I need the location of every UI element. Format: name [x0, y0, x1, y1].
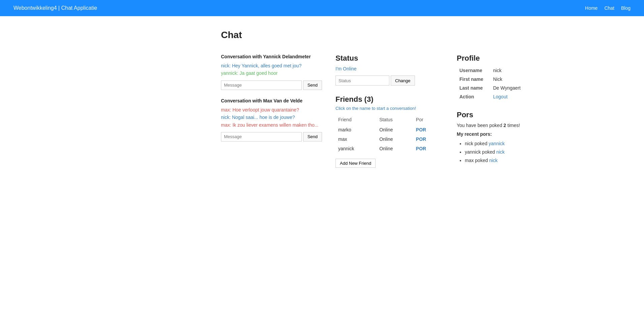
friend-status-yannick: Online [377, 144, 413, 153]
conversation-1-messages: nick: Hey Yannick, alles goed met jou? y… [221, 62, 322, 77]
conversation-section: Conversation with Yannick Delandmeter ni… [221, 54, 322, 142]
pors-highlight-2: nick [496, 149, 505, 155]
msg-nick-2: nick: Nogal saai... hoe is de jouwe? [221, 115, 295, 120]
profile-table: Username nick First name Nick Last name … [457, 66, 565, 101]
conversation-2-messages: max: Hoe verloopt jouw quarantaine? nick… [221, 106, 322, 129]
profile-value-firstname: Nick [490, 75, 565, 84]
pors-text-before: You have been poked [457, 123, 504, 128]
navbar: Webontwikkeling4 | Chat Applicatie Home … [0, 0, 644, 16]
friend-status-max: Online [377, 134, 413, 144]
conversation-1-form: Send [221, 81, 322, 90]
pors-list: nick poked yannick yannick poked nick ma… [457, 139, 565, 165]
profile-section: Profile Username nick First name Nick La… [457, 54, 565, 101]
pors-section: Pors You have been poked 2 times! My rec… [457, 111, 565, 165]
message-2-2: nick: Nogal saai... hoe is de jouwe? [221, 114, 322, 121]
conversation-1: Conversation with Yannick Delandmeter ni… [221, 54, 322, 90]
conversation-2: Conversation with Max Van de Velde max: … [221, 98, 322, 142]
pors-text-after: times! [506, 123, 520, 128]
friend-row-yannick: yannick Online POR [335, 144, 443, 153]
profile-label-lastname: Last name [457, 84, 490, 92]
status-title: Status [335, 54, 443, 63]
col-friend: Friend [335, 116, 377, 125]
profile-table-body: Username nick First name Nick Last name … [457, 66, 565, 101]
logout-link[interactable]: Logout [493, 94, 508, 99]
friend-name-max: max [335, 134, 377, 144]
por-link-yannick[interactable]: POR [416, 146, 426, 151]
friend-row-marko: marko Online POR [335, 125, 443, 134]
status-friends-column: Status I'm Online Change Friends (3) Cli… [335, 54, 443, 168]
col-status: Status [377, 116, 413, 125]
friends-subtitle: Click on the name to start a conversatio… [335, 106, 443, 111]
add-friend-button[interactable]: Add New Friend [335, 159, 376, 168]
pors-count-number: 2 [504, 123, 506, 128]
profile-value-username: nick [490, 66, 565, 75]
navbar-brand: Webontwikkeling4 | Chat Applicatie [13, 5, 97, 11]
profile-title: Profile [457, 54, 565, 63]
message-1-2: yannick: Ja gaat goed hoor [221, 69, 322, 77]
message-input-2[interactable] [221, 132, 302, 142]
navbar-links: Home Chat Blog [585, 5, 631, 11]
pors-item-3: max poked nick [465, 156, 565, 165]
pors-item-2: yannick poked nick [465, 148, 565, 156]
profile-label-username: Username [457, 66, 490, 75]
online-status: I'm Online [335, 66, 443, 71]
friends-title: Friends (3) [335, 95, 443, 104]
conversation-2-form: Send [221, 132, 322, 142]
change-button[interactable]: Change [391, 75, 415, 86]
msg-max-2: max: Ik zou liever examens willen maken … [221, 122, 318, 128]
conversation-2-title: Conversation with Max Van de Velde [221, 98, 322, 103]
message-2-1: max: Hoe verloopt jouw quarantaine? [221, 106, 322, 114]
pors-highlight-3: nick [489, 158, 497, 163]
profile-row-username: Username nick [457, 66, 565, 75]
send-button-1[interactable]: Send [303, 81, 322, 90]
main-content: Chat Conversation with Yannick Delandmet… [120, 16, 524, 181]
friend-name-yannick: yannick [335, 144, 377, 153]
profile-row-firstname: First name Nick [457, 75, 565, 84]
nav-chat[interactable]: Chat [604, 5, 614, 11]
profile-row-lastname: Last name De Wyngaert [457, 84, 565, 92]
pors-highlight-1: yannick [489, 141, 505, 146]
pors-count: You have been poked 2 times! [457, 123, 565, 128]
nav-blog[interactable]: Blog [621, 5, 631, 11]
pors-title: Pors [457, 111, 565, 119]
profile-label-firstname: First name [457, 75, 490, 84]
status-form: Change [335, 75, 443, 86]
profile-pors-column: Profile Username nick First name Nick La… [457, 54, 565, 165]
friends-table-header: Friend Status Por [335, 116, 443, 125]
por-link-max[interactable]: POR [416, 136, 426, 142]
profile-row-action: Action Logout [457, 92, 565, 101]
friend-status-marko: Online [377, 125, 413, 134]
friends-section: Friends (3) Click on the name to start a… [335, 95, 443, 168]
page-title: Chat [221, 30, 517, 40]
friends-table: Friend Status Por marko Online POR max [335, 116, 443, 153]
por-link-marko[interactable]: POR [416, 127, 426, 132]
msg-yannick-1: yannick: Ja gaat goed hoor [221, 70, 278, 76]
status-input[interactable] [335, 75, 389, 86]
msg-nick-1: nick: Hey Yannick, alles goed met jou? [221, 63, 301, 68]
friend-row-max: max Online POR [335, 134, 443, 144]
col-por: Por [413, 116, 443, 125]
send-button-2[interactable]: Send [303, 132, 322, 142]
profile-value-lastname: De Wyngaert [490, 84, 565, 92]
pors-item-1: nick poked yannick [465, 139, 565, 148]
profile-label-action: Action [457, 92, 490, 101]
message-1-1: nick: Hey Yannick, alles goed met jou? [221, 62, 322, 69]
recent-pors-title: My recent pors: [457, 131, 565, 137]
nav-home[interactable]: Home [585, 5, 598, 11]
conversation-1-title: Conversation with Yannick Delandmeter [221, 54, 322, 59]
content-grid: Conversation with Yannick Delandmeter ni… [221, 54, 517, 168]
msg-max-1: max: Hoe verloopt jouw quarantaine? [221, 107, 299, 113]
status-section: Status I'm Online Change [335, 54, 443, 86]
friend-name-marko: marko [335, 125, 377, 134]
message-input-1[interactable] [221, 81, 302, 90]
friends-table-body: marko Online POR max Online POR yannick … [335, 125, 443, 153]
message-2-3: max: Ik zou liever examens willen maken … [221, 121, 322, 129]
